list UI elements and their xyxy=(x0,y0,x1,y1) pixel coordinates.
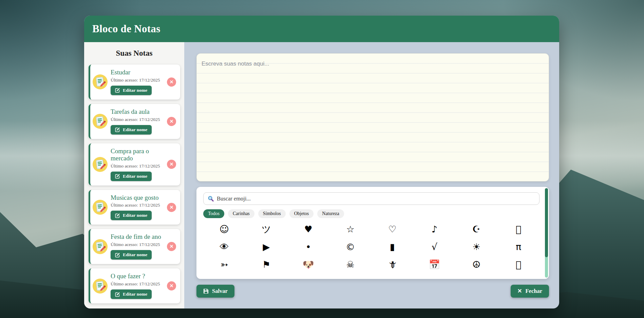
note-icon xyxy=(92,278,108,294)
close-button-label: Fechar xyxy=(526,288,542,295)
note-title[interactable]: Compra para o mercado xyxy=(111,148,164,162)
edit-name-button[interactable]: Editar nome xyxy=(111,125,152,135)
edit-name-label: Editar nome xyxy=(123,88,147,93)
note-info: Estudar Último acesso: 17/12/2025 Editar… xyxy=(111,69,164,95)
emoji-item[interactable]: 𓄿 xyxy=(497,223,539,236)
emoji-item[interactable]: √ xyxy=(413,241,455,253)
emoji-grid: ☺ツ♥☆♡♪☪𓄿👁▶•©▮√☀π➳⚑🐶☠🗡📅☮𓆏 xyxy=(203,223,539,271)
note-icon xyxy=(92,74,108,90)
edit-name-label: Editar nome xyxy=(123,252,147,258)
emoji-item[interactable]: π xyxy=(497,241,539,253)
close-icon: ✕ xyxy=(517,288,522,295)
delete-note-button[interactable]: ✕ xyxy=(167,242,176,251)
emoji-item[interactable]: © xyxy=(329,241,372,253)
notes-sidebar: Suas Notas Estudar Último acesso: 17/12/… xyxy=(84,42,184,308)
note-card: O que fazer ? Último acesso: 17/12/2025 … xyxy=(89,268,180,303)
delete-note-button[interactable]: ✕ xyxy=(167,203,176,212)
delete-note-button[interactable]: ✕ xyxy=(167,281,176,290)
emoji-item[interactable]: 🐶 xyxy=(287,258,329,271)
note-icon xyxy=(92,113,108,129)
note-last-access: Último acesso: 17/12/2025 xyxy=(111,77,164,83)
emoji-item[interactable]: 👁 xyxy=(203,241,245,253)
edit-icon xyxy=(115,88,120,93)
note-last-access: Último acesso: 17/12/2025 xyxy=(111,163,164,169)
note-title[interactable]: Tarefas da aula xyxy=(111,108,164,116)
save-icon xyxy=(203,288,209,294)
emoji-item[interactable]: 🗡 xyxy=(372,258,414,271)
emoji-category-tab[interactable]: Carinhas xyxy=(228,209,254,218)
note-title[interactable]: Festa de fim de ano xyxy=(111,233,164,241)
emoji-item[interactable]: ▮ xyxy=(372,241,414,253)
note-card: Musicas que gosto Último acesso: 17/12/2… xyxy=(89,190,180,225)
note-icon xyxy=(92,199,108,215)
emoji-category-tab[interactable]: Objetos xyxy=(289,209,314,218)
note-last-access: Último acesso: 17/12/2025 xyxy=(111,242,164,247)
emoji-category-tab[interactable]: Natureza xyxy=(317,209,344,218)
emoji-item[interactable]: ☀ xyxy=(455,241,497,253)
close-button[interactable]: ✕ Fechar xyxy=(511,285,549,298)
edit-name-button[interactable]: Editar nome xyxy=(111,289,152,299)
page-title: Bloco de Notas xyxy=(92,23,160,35)
note-icon xyxy=(92,157,108,172)
editor-area: TodosCarinhasSímbolosObjetosNatureza ☺ツ♥… xyxy=(184,42,559,308)
emoji-item[interactable]: ☪ xyxy=(455,223,497,236)
edit-name-label: Editar nome xyxy=(123,292,147,297)
emoji-item[interactable]: ツ xyxy=(245,223,287,236)
sidebar-heading: Suas Notas xyxy=(84,49,184,58)
delete-note-button[interactable]: ✕ xyxy=(167,77,176,87)
note-icon xyxy=(92,278,108,294)
emoji-item[interactable]: ▶ xyxy=(245,241,287,253)
emoji-picker-panel: TodosCarinhasSímbolosObjetosNatureza ☺ツ♥… xyxy=(196,187,549,279)
emoji-item[interactable]: ♥ xyxy=(287,223,329,236)
note-last-access: Último acesso: 17/12/2025 xyxy=(111,117,164,122)
edit-icon xyxy=(115,174,120,179)
emoji-scrollbar-thumb[interactable] xyxy=(545,188,548,257)
emoji-item[interactable]: ➳ xyxy=(203,258,245,271)
emoji-scrollbar[interactable] xyxy=(545,188,548,278)
edit-name-label: Editar nome xyxy=(123,213,147,218)
note-last-access: Último acesso: 17/12/2025 xyxy=(111,281,164,287)
emoji-item[interactable]: ☠ xyxy=(329,258,372,271)
note-title[interactable]: O que fazer ? xyxy=(111,273,164,280)
edit-icon xyxy=(115,252,120,258)
emoji-search-input[interactable] xyxy=(217,195,535,202)
save-button[interactable]: Salvar xyxy=(196,285,234,298)
edit-name-button[interactable]: Editar nome xyxy=(111,86,152,95)
note-card: Festa de fim de ano Último acesso: 17/12… xyxy=(89,229,180,264)
note-card: Estudar Último acesso: 17/12/2025 Editar… xyxy=(89,65,180,100)
notepad-app-window: Bloco de Notas Suas Notas Estudar Último… xyxy=(84,16,559,308)
emoji-item[interactable]: ☆ xyxy=(329,223,372,236)
edit-icon xyxy=(115,213,120,218)
note-info: O que fazer ? Último acesso: 17/12/2025 … xyxy=(111,273,164,299)
note-icon xyxy=(92,199,108,215)
delete-note-button[interactable]: ✕ xyxy=(167,117,176,126)
emoji-item[interactable]: 𓆏 xyxy=(497,258,539,271)
edit-icon xyxy=(115,292,120,297)
emoji-item[interactable]: ⚑ xyxy=(245,258,287,271)
actions-row: Salvar ✕ Fechar xyxy=(196,285,549,298)
edit-name-button[interactable]: Editar nome xyxy=(111,250,152,260)
edit-name-label: Editar nome xyxy=(123,127,147,132)
save-button-label: Salvar xyxy=(212,288,228,295)
emoji-item[interactable]: ☮ xyxy=(455,258,497,271)
app-header: Bloco de Notas xyxy=(84,16,559,42)
note-info: Musicas que gosto Último acesso: 17/12/2… xyxy=(111,194,164,220)
emoji-item[interactable]: ♡ xyxy=(372,223,414,236)
note-title[interactable]: Musicas que gosto xyxy=(111,194,164,201)
emoji-item[interactable]: • xyxy=(287,241,329,253)
note-title[interactable]: Estudar xyxy=(111,69,164,76)
note-info: Festa de fim de ano Último acesso: 17/12… xyxy=(111,233,164,260)
note-icon xyxy=(92,239,108,254)
emoji-item[interactable]: 📅 xyxy=(413,258,455,271)
emoji-category-tab[interactable]: Símbolos xyxy=(258,209,286,218)
emoji-item[interactable]: ☺ xyxy=(203,223,245,236)
app-body: Suas Notas Estudar Último acesso: 17/12/… xyxy=(84,42,559,308)
note-text-editor[interactable] xyxy=(196,53,549,181)
note-info: Tarefas da aula Último acesso: 17/12/202… xyxy=(111,108,164,135)
edit-name-button[interactable]: Editar nome xyxy=(111,172,152,181)
emoji-category-all[interactable]: Todos xyxy=(203,209,224,218)
emoji-item[interactable]: ♪ xyxy=(413,223,455,236)
edit-name-button[interactable]: Editar nome xyxy=(111,211,152,220)
note-last-access: Último acesso: 17/12/2025 xyxy=(111,202,164,208)
delete-note-button[interactable]: ✕ xyxy=(167,160,176,169)
